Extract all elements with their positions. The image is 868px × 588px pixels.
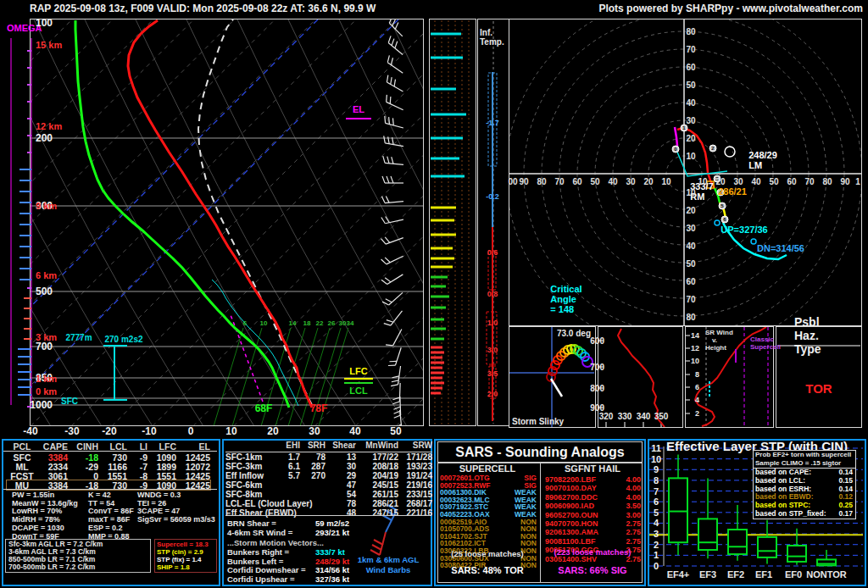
- kinematics-row: SFC-8km 54 261/15 233/15: [225, 490, 432, 499]
- temp-tick-label: -40: [23, 425, 37, 437]
- sars-match-row: 89062700.DDC4.00: [545, 493, 641, 502]
- divider: [540, 463, 541, 583]
- kinematics-row: SFC-6km 47 245/15 219/16: [225, 480, 432, 490]
- axis-tick-label: 70: [554, 177, 564, 186]
- axis-tick-label: 80: [537, 177, 546, 186]
- pressure-label: 1000: [30, 399, 53, 411]
- thermo-indices-col3: WNDG = 0.3TEI = 263CAPE = 47SigSvr = 560…: [137, 491, 215, 524]
- sars-hail-matches: (223 loose matches): [554, 547, 632, 557]
- inferred-temp-value: 0.6: [487, 248, 498, 257]
- pressure-label: 200: [36, 132, 53, 144]
- parcel-row: SFC 3384 -18 730 -9 1090 12425: [7, 452, 210, 462]
- stp-category-label: EF2: [727, 569, 744, 580]
- inferred-temp-value: 1.0: [487, 319, 498, 327]
- axis-tick-label: 10: [698, 177, 707, 186]
- hazard-type-value: TOR: [805, 381, 832, 396]
- sr-wind-height-label: 10: [691, 357, 699, 365]
- temp-tick-label: 40: [349, 425, 360, 437]
- kinematics-table-header: EHI SRH Shear MnWind SRW: [225, 441, 432, 452]
- stp-category-label: EF3: [699, 569, 716, 580]
- axis-tick-label: 30: [686, 224, 695, 233]
- mixing-ratio-label: 10: [260, 319, 268, 327]
- height-label: 12 km: [36, 121, 62, 131]
- axis-tick-label: 80: [822, 177, 832, 186]
- sr-wind-height-label: 6: [695, 383, 699, 391]
- pressure-label: 100: [36, 17, 53, 29]
- shear-values: BRN Shear =59 m2/s24-6km SR Wind =293/21…: [227, 519, 380, 536]
- inferred-temp-value: -1.7: [486, 119, 499, 127]
- axis-tick-label: 30: [686, 116, 695, 125]
- mixing-ratio-label: 26: [328, 319, 336, 327]
- lcl-marker-label: LCL: [349, 386, 367, 396]
- axis-tick-label: 20: [686, 134, 695, 143]
- composite-index: SHIP = 1.8: [157, 563, 216, 571]
- composite-index: STP (cin) = 2.9: [157, 548, 216, 556]
- hodograph-annotation: Critical Angle = 148: [550, 284, 581, 314]
- sars-supercell-matches: (25 loose matches): [451, 549, 524, 558]
- axis-tick-label: 4: [654, 518, 659, 528]
- axis-tick-label: 5: [654, 508, 659, 518]
- wind-barb-caption-1: 1km & 6km AGL: [346, 555, 431, 564]
- height-label: 1 km: [36, 374, 57, 384]
- composite-indices-box: Supercell = 18.3STP (cin) = 2.9STP (fix)…: [154, 539, 217, 573]
- kinematics-row: SFC-1km 1.7 78 13 177/22 171/28: [225, 452, 432, 462]
- mixing-ratio-label: 34: [347, 319, 354, 327]
- run-title: RAP 2025-09-08 13z, F009 VALID: Mon 2025…: [30, 3, 376, 14]
- kinematics-rows-upper: SFC-1km 1.7 78 13 177/22 171/28 SFC-3km …: [225, 452, 432, 518]
- sars-match-row: 94070700.HON2.75: [545, 519, 641, 528]
- classic-supercell-label-1: Classic: [750, 336, 774, 343]
- mixing-ratio-label: 14: [289, 319, 297, 327]
- thermo-indices-col1: PW = 1.55inMeanW = 13.6g/kgLowRH = 70%Mi…: [12, 491, 78, 541]
- skewt-annotation: 270 m2s2: [104, 335, 142, 344]
- theta-e-pressure-label: 800: [590, 384, 604, 393]
- axis-tick-label: 1: [654, 550, 659, 560]
- sars-match-row: 92061300.AMA2.75: [545, 528, 641, 536]
- stp-category-label: EF1: [755, 569, 772, 580]
- col-mnwind: MnWind: [356, 441, 398, 450]
- kinematics-row: SFC-3km 6.1 287 30 208/18 193/23: [225, 462, 432, 471]
- inferred-temp-value: 2.0: [487, 390, 498, 398]
- stp-category-label: EF0: [785, 569, 802, 580]
- lapse-rate: 700-500mb LR = 7.2 C/km: [8, 563, 150, 571]
- divider: [225, 515, 429, 516]
- axis-tick-label: 50: [590, 177, 599, 186]
- axis-tick-label: 60: [787, 177, 796, 186]
- sars-title: SARS - Sounding Analogs: [437, 441, 643, 463]
- sars-supercell-header: SUPERCELL: [459, 463, 516, 474]
- axis-tick-label: 40: [751, 177, 760, 186]
- shear-row: 4-6km SR Wind =293/21 kt: [227, 528, 380, 537]
- divider: [3, 451, 217, 452]
- height-label: 3 km: [36, 332, 57, 342]
- inferred-temp-value: 0.8: [487, 290, 498, 298]
- legend-caption-2: Sample CLIMO = .15 sigtor: [754, 459, 855, 468]
- composite-index: Supercell = 18.3: [157, 541, 216, 548]
- hodograph-axis-label: 00: [508, 177, 517, 186]
- axis-tick-label: 20: [643, 177, 653, 186]
- axis-tick-label: 60: [686, 277, 695, 286]
- axis-tick-label: 7: [654, 486, 659, 496]
- axis-tick-label: 50: [686, 259, 695, 269]
- col-srw: SRW: [398, 441, 432, 450]
- axis-tick-label: 10: [686, 152, 695, 161]
- theta-e-value-label: 350: [654, 412, 669, 421]
- skewt-annotation: SFC: [61, 397, 78, 406]
- temp-tick-label: 0: [188, 425, 194, 437]
- lapse-rates-box: Sfc-3km AGL LR = 7.2 C/km3-6km AGL LR = …: [5, 539, 151, 573]
- height-label: 9 km: [36, 201, 57, 211]
- axis-tick-label: 20: [715, 177, 725, 186]
- divider: [3, 489, 217, 490]
- temp-tick-label: -20: [102, 425, 116, 437]
- hodograph-annotation: UP=327/36: [721, 225, 767, 235]
- axis-tick-label: 50: [769, 177, 778, 186]
- axis-tick-label: 90: [840, 177, 849, 186]
- surface-temp-label: 78F: [310, 402, 328, 414]
- thermo-index: SigSvr = 56059 m3/s3: [137, 516, 215, 524]
- axis-tick-label: 40: [608, 177, 617, 186]
- hodograph-axis-label: 1: [855, 177, 860, 186]
- storm-motion-header: ...Storm Motion Vectors...: [227, 538, 324, 547]
- hodograph-annotation: 248/29 LM: [748, 150, 777, 170]
- parcel-row: FCST 3061 0 1551 -8 1551 12425: [7, 471, 210, 480]
- axis-tick-label: 70: [686, 295, 695, 304]
- el-marker-label: EL: [353, 104, 364, 114]
- thermo-indices-col2: K = 42TT = 54ConvT = 86FmaxT = 86FESP = …: [88, 491, 134, 541]
